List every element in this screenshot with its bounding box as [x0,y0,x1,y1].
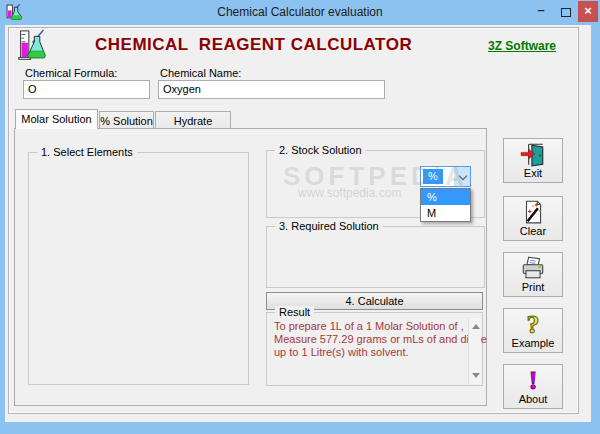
exit-button-label: Exit [524,167,542,179]
flask-logo-icon [17,28,48,67]
select-elements-title: 1. Select Elements [37,146,137,158]
page-title: CHEMICAL REAGENT CALCULATOR [95,35,395,55]
exit-door-icon [520,141,546,167]
scroll-up-icon[interactable] [472,324,480,329]
tab-percent-solution[interactable]: % Solution [99,111,154,128]
example-button-label: Example [512,337,555,349]
stock-unit-selected: % [423,169,443,184]
result-text-line: Measure 577.29 grams or mLs of and dilut… [274,333,460,346]
question-mark-icon: ? [520,311,546,337]
chemical-name-label: Chemical Name: [160,67,241,79]
chevron-down-icon [459,172,467,180]
exit-button[interactable]: Exit [503,138,563,183]
scroll-down-icon[interactable] [472,373,480,378]
unit-option-molar[interactable]: M [421,205,470,221]
printer-icon [520,255,546,281]
combo-dropdown-button[interactable] [454,167,470,186]
titlebar[interactable]: Chemical Calculator evaluation – × [0,0,600,25]
result-scrollbar[interactable] [468,318,481,384]
minimize-button[interactable]: – [530,2,552,22]
brand-link[interactable]: 3Z Software [488,39,578,53]
unit-option-percent[interactable]: % [421,189,470,205]
stock-unit-combo[interactable]: % [420,166,471,187]
result-text-line: To prepare 1L of a 1 Molar Solution of , [274,320,460,333]
example-button[interactable]: ? Example [503,308,563,353]
print-button-label: Print [522,281,545,293]
exclamation-icon: ! [520,367,546,393]
clear-button-label: Clear [520,225,546,237]
svg-text:?: ? [527,311,540,337]
result-text-line: up to 1 Litre(s) with solvent. [274,346,460,359]
required-solution-group: 3. Required Solution [266,226,485,288]
about-button-label: About [519,393,548,405]
maximize-button[interactable] [561,8,571,17]
required-solution-title: 3. Required Solution [275,220,383,232]
chemical-formula-label: Chemical Formula: [25,67,117,79]
result-title: Result [275,306,314,318]
tab-hydrate-solution[interactable]: Hydrate Solution [155,111,231,128]
window-title: Chemical Calculator evaluation [0,5,600,19]
close-button[interactable]: × [578,1,598,22]
app-window: Chemical Calculator evaluation – × CHEMI… [0,0,600,434]
chemical-formula-input[interactable]: O [23,80,150,99]
stock-solution-title: 2. Stock Solution [275,144,366,156]
select-elements-group: 1. Select Elements [28,152,249,385]
magic-wand-icon [520,199,546,225]
stock-unit-dropdown-list: % M [420,188,471,222]
print-button[interactable]: Print [503,252,563,297]
about-button[interactable]: ! About [503,364,563,409]
chemical-name-input[interactable]: Oxygen [158,80,385,99]
svg-text:!: ! [529,367,538,393]
clear-button[interactable]: Clear [503,196,563,241]
tab-molar-solution[interactable]: Molar Solution [15,109,98,129]
